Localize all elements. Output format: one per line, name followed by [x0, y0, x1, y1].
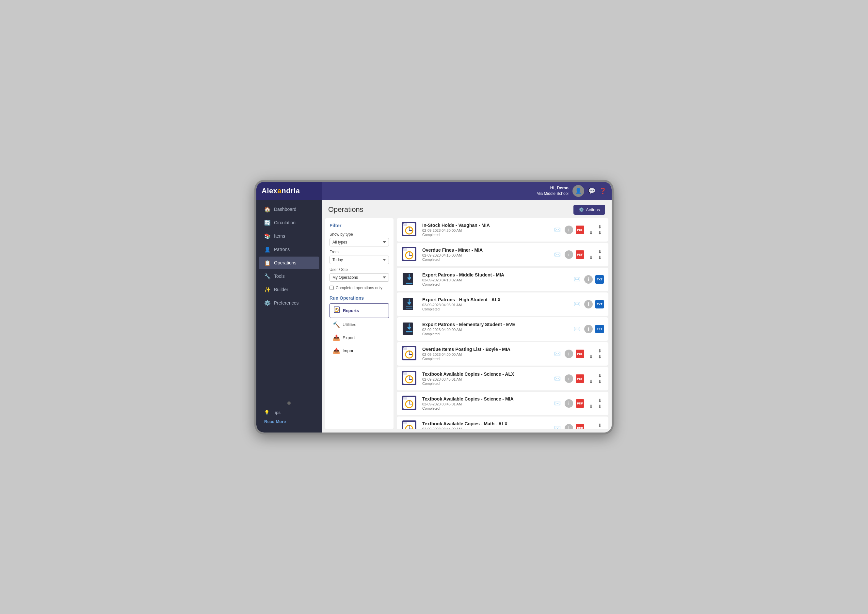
info-icon[interactable]: i [565, 226, 573, 234]
download-icon-3[interactable]: ⬇ [596, 379, 604, 384]
user-site-select[interactable]: My Operations All Operations [329, 273, 389, 282]
run-ops-utilities[interactable]: 🔨 Utilities [329, 319, 389, 331]
main-layout: 🏠 Dashboard 🔄 Circulation 📚 Items 👤 Patr… [256, 200, 612, 433]
email-icon[interactable]: ✉️ [553, 349, 562, 358]
ops-item-icon [401, 420, 418, 429]
sidebar-item-operations[interactable]: 📋 Operations [259, 257, 319, 269]
sidebar-label-circulation: Circulation [274, 220, 295, 225]
sidebar-label-dashboard: Dashboard [274, 207, 297, 212]
ops-actions: ✉️ i PDF ⬇ ⬇ ⬇ [553, 348, 604, 360]
completed-only-checkbox[interactable] [329, 285, 334, 290]
info-icon[interactable]: i [584, 325, 593, 333]
pdf-icon[interactable]: PDF [576, 250, 584, 259]
circulation-icon: 🔄 [264, 220, 271, 226]
table-row: Export Patrons - Elementary Student - EV… [397, 317, 609, 341]
avatar[interactable]: 👤 [573, 185, 584, 197]
download-icon-2[interactable]: ⬇ [596, 373, 604, 378]
pdf-icon[interactable]: PDF [576, 226, 584, 234]
from-select[interactable]: Today Yesterday Last 7 days Last 30 days… [329, 256, 389, 264]
user-site-label: User / Site [329, 267, 389, 272]
run-ops-reports[interactable]: Reports [329, 303, 389, 318]
info-icon[interactable]: i [565, 399, 573, 408]
table-row: Textbook Available Copies - Math - ALX 0… [397, 417, 609, 429]
download-icon-3[interactable]: ⬇ [596, 255, 604, 260]
filter-title: Filter [329, 223, 389, 228]
ops-item-title: Export Patrons - Elementary Student - EV… [422, 322, 568, 327]
table-row: Export Patrons - Middle Student - MIA 02… [397, 268, 609, 291]
email-icon[interactable]: ✉️ [553, 424, 562, 429]
sidebar-item-preferences[interactable]: ⚙️ Preferences [259, 297, 319, 309]
download-icon-3[interactable]: ⬇ [596, 354, 604, 360]
info-icon[interactable]: i [565, 250, 573, 259]
email-icon[interactable]: ✉️ [573, 300, 582, 309]
download-icon-3[interactable]: ⬇ [596, 404, 604, 409]
sidebar-item-tools[interactable]: 🔧 Tools [259, 270, 319, 283]
import-run-icon: 📥 [333, 347, 340, 355]
table-row: Textbook Available Copies - Science - AL… [397, 367, 609, 391]
ops-actions: ✉️ i PDF ⬇ ⬇ ⬇ [553, 373, 604, 384]
pdf-icon[interactable]: PDF [576, 399, 584, 408]
completed-only-row: Completed operations only [329, 285, 389, 290]
gear-icon: ⚙️ [579, 207, 584, 212]
import-label: Import [343, 348, 355, 353]
operations-list: In-Stock Holds - Vaughan - MIA 02-09-202… [397, 218, 609, 429]
email-icon[interactable]: ✉️ [573, 275, 582, 284]
email-icon[interactable]: ✉️ [553, 399, 562, 408]
txt-icon[interactable]: TXT [595, 275, 604, 284]
ops-item-date: 02-09-2023 04:00:00 AM [422, 352, 549, 357]
pdf-icon[interactable]: PDF [576, 374, 584, 383]
txt-icon[interactable]: TXT [595, 325, 604, 333]
actions-button[interactable]: ⚙️ Actions [573, 205, 605, 215]
sidebar-item-tips[interactable]: 💡 Tips [259, 407, 319, 417]
ops-actions: ✉️ i TXT [573, 275, 604, 284]
download-icon-2[interactable]: ⬇ [596, 423, 604, 428]
download-icon-1[interactable]: ⬇ [587, 230, 595, 235]
download-icon-1[interactable]: ⬇ [587, 404, 595, 409]
sidebar-label-patrons: Patrons [274, 247, 290, 252]
txt-icon[interactable]: TXT [595, 300, 604, 309]
tips-icon: 💡 [264, 410, 269, 415]
help-icon[interactable]: ❓ [599, 188, 606, 195]
sidebar-item-dashboard[interactable]: 🏠 Dashboard [259, 203, 319, 216]
ops-item-icon [401, 395, 418, 412]
read-more-link[interactable]: Read More [256, 418, 321, 427]
type-select[interactable]: All types Reports Utilities Export Impor… [329, 238, 389, 247]
top-right-controls: Hi, Demo Mia Middle School 👤 💬 ❓ [537, 185, 606, 197]
email-icon[interactable]: ✉️ [553, 250, 562, 259]
ops-actions: ✉️ i PDF ⬇ ⬇ ⬇ [553, 423, 604, 429]
info-icon[interactable]: i [565, 350, 573, 358]
email-icon[interactable]: ✉️ [553, 374, 562, 383]
sidebar-item-patrons[interactable]: 👤 Patrons [259, 243, 319, 256]
ops-item-icon [401, 345, 418, 362]
pdf-icon[interactable]: PDF [576, 424, 584, 429]
download-icon-2[interactable]: ⬇ [596, 224, 604, 229]
email-icon[interactable]: ✉️ [553, 225, 562, 234]
download-icon-3[interactable]: ⬇ [596, 230, 604, 235]
chat-icon[interactable]: 💬 [588, 188, 595, 195]
download-icon-1[interactable]: ⬇ [587, 429, 595, 429]
sidebar-item-items[interactable]: 📚 Items [259, 230, 319, 242]
email-icon[interactable]: ✉️ [573, 324, 582, 333]
info-icon[interactable]: i [584, 275, 593, 284]
svg-rect-6 [403, 223, 407, 226]
download-icon-3[interactable]: ⬇ [596, 429, 604, 429]
info-icon[interactable]: i [565, 374, 573, 383]
pdf-icon[interactable]: PDF [576, 350, 584, 358]
download-icon-2[interactable]: ⬇ [596, 249, 604, 254]
download-group: ⬇ ⬇ ⬇ [587, 423, 604, 429]
download-icon-1[interactable]: ⬇ [587, 255, 595, 260]
run-ops-export[interactable]: 📤 Export [329, 332, 389, 344]
info-icon[interactable]: i [584, 300, 593, 309]
items-icon: 📚 [264, 233, 271, 239]
sidebar-item-circulation[interactable]: 🔄 Circulation [259, 216, 319, 229]
download-icon-1[interactable]: ⬇ [587, 379, 595, 384]
download-icon-1[interactable]: ⬇ [587, 354, 595, 360]
ops-item-title: In-Stock Holds - Vaughan - MIA [422, 223, 549, 228]
sidebar-item-builder[interactable]: ✨ Builder [259, 283, 319, 296]
info-icon[interactable]: i [565, 424, 573, 429]
run-ops-import[interactable]: 📥 Import [329, 345, 389, 357]
svg-rect-24 [403, 372, 407, 375]
download-icon-2[interactable]: ⬇ [596, 398, 604, 403]
page-title: Operations [328, 205, 363, 214]
download-icon-2[interactable]: ⬇ [596, 348, 604, 354]
